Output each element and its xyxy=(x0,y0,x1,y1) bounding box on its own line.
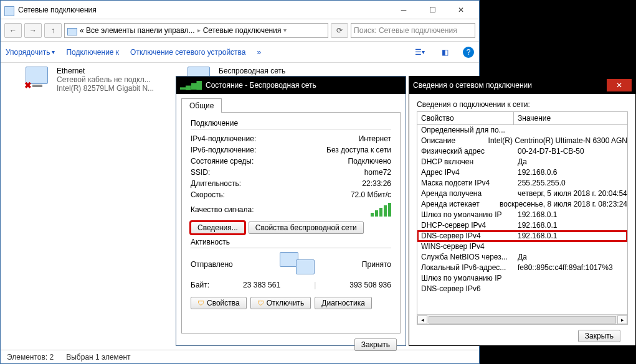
window-icon xyxy=(4,6,14,16)
connect-to-button[interactable]: Подключение к xyxy=(66,48,119,57)
organize-menu[interactable]: Упорядочить▾ xyxy=(6,48,55,57)
address-bar: ← → ↑ « Все элементы панели управл... ▸ … xyxy=(1,19,479,42)
scroll-left-button[interactable]: ◂ xyxy=(417,315,427,324)
detail-row[interactable]: Физический адрес00-24-D7-B1-CB-50 xyxy=(417,146,627,157)
adapter-device: Intel(R) 82579LM Gigabit N... xyxy=(57,84,154,93)
detail-property: DNS-сервер IPv6 xyxy=(417,284,514,294)
nav-back-button[interactable]: ← xyxy=(4,23,22,38)
detail-row[interactable]: Шлюз по умолчанию IP xyxy=(417,273,627,284)
detail-value: 255.255.255.0 xyxy=(514,178,627,189)
maximize-button[interactable]: ☐ xyxy=(418,3,447,17)
properties-button[interactable]: 🛡Свойства xyxy=(191,297,247,309)
detail-property: Шлюз по умолчанию IP xyxy=(417,273,514,284)
column-property[interactable]: Свойство xyxy=(417,112,514,124)
detail-value: Да xyxy=(514,252,627,263)
adapter-icon: ✖ xyxy=(26,67,53,89)
ipv4-value: Интернет xyxy=(359,133,391,144)
scroll-right-button[interactable]: ▸ xyxy=(617,315,627,324)
scroll-thumb[interactable] xyxy=(429,316,616,324)
minimize-button[interactable]: ─ xyxy=(389,3,418,17)
detail-row[interactable]: Маска подсети IPv4255.255.255.0 xyxy=(417,178,627,189)
chevron-down-icon[interactable]: ▾ xyxy=(283,27,287,34)
detail-row[interactable]: DNS-сервер IPv6 xyxy=(417,284,627,294)
wireless-status-dialog: ▂▄▆█ Состояние - Беспроводная сеть Общие… xyxy=(176,76,406,346)
breadcrumb[interactable]: « Все элементы панели управл... ▸ Сетевы… xyxy=(64,23,328,38)
close-button[interactable]: Закрыть xyxy=(578,330,620,342)
detail-value xyxy=(514,125,627,136)
nav-up-button[interactable]: ↑ xyxy=(44,23,62,38)
close-icon[interactable]: ✕ xyxy=(607,79,632,91)
detail-row[interactable]: Аренда истекаетвоскресенье, 8 июля 2018 … xyxy=(417,199,627,210)
detail-value: четверг, 5 июля 2018 г. 20:04:54 xyxy=(514,189,627,199)
adapter-name: Беспроводная сеть xyxy=(219,67,285,75)
detail-row[interactable]: DHCP-сервер IPv4192.168.0.1 xyxy=(417,220,627,231)
detail-value xyxy=(514,273,627,284)
list-header: Свойство Значение xyxy=(417,111,628,124)
detail-value: Да xyxy=(514,157,627,167)
horizontal-scrollbar[interactable]: ◂ ▸ xyxy=(417,314,627,324)
chevron-right-icon: ▸ xyxy=(197,27,201,34)
folder-icon xyxy=(67,28,77,35)
close-button[interactable]: Закрыть xyxy=(354,338,397,351)
tab-general[interactable]: Общие xyxy=(181,98,222,113)
signal-icon: ▂▄▆█ xyxy=(180,81,202,90)
group-activity: Активность xyxy=(191,238,391,248)
dialog-titlebar[interactable]: ▂▄▆█ Состояние - Беспроводная сеть xyxy=(176,77,406,94)
detail-row[interactable]: Шлюз по умолчанию IP192.168.0.1 xyxy=(417,210,627,220)
detail-row[interactable]: Аренда полученачетверг, 5 июля 2018 г. 2… xyxy=(417,189,627,199)
activity-icon xyxy=(280,252,315,277)
detail-value: 192.168.0.1 xyxy=(514,210,627,220)
column-value[interactable]: Значение xyxy=(514,112,627,124)
detail-row[interactable]: Адрес IPv4192.168.0.6 xyxy=(417,167,627,178)
breadcrumb-segment[interactable]: Сетевые подключения xyxy=(203,26,282,35)
detail-property: Адрес IPv4 xyxy=(417,167,514,178)
shield-icon: 🛡 xyxy=(257,299,264,307)
received-bytes: 393 508 936 xyxy=(349,279,391,291)
detail-value xyxy=(514,284,627,294)
detail-row[interactable]: DHCP включенДа xyxy=(417,157,627,167)
detail-value xyxy=(514,241,627,252)
wireless-properties-button[interactable]: Свойства беспроводной сети xyxy=(249,222,364,234)
dialog-titlebar[interactable]: Сведения о сетевом подключении ✕ xyxy=(409,77,635,94)
received-label: Принято xyxy=(362,260,391,269)
shield-icon: 🛡 xyxy=(197,299,204,307)
detail-row[interactable]: Определенный для по... xyxy=(417,125,627,136)
disable-device-button[interactable]: Отключение сетевого устройства xyxy=(130,48,245,57)
detail-row[interactable]: Локальный IPv6-адрес...fe80::895c:c4ff:8… xyxy=(417,263,627,273)
details-list[interactable]: Определенный для по...ОписаниеIntel(R) C… xyxy=(417,124,628,325)
details-button[interactable]: Сведения... xyxy=(191,222,245,234)
titlebar[interactable]: Сетевые подключения ─ ☐ ✕ xyxy=(1,1,479,19)
connection-details-dialog: Сведения о сетевом подключении ✕ Сведени… xyxy=(409,76,636,346)
diagnose-button[interactable]: Диагностика xyxy=(315,297,372,309)
view-menu[interactable]: ☰▾ xyxy=(413,45,427,59)
overflow-menu[interactable]: » xyxy=(257,48,262,57)
detail-property: Шлюз по умолчанию IP xyxy=(417,210,514,220)
search-input[interactable]: Поиск: Сетевые подключения xyxy=(351,23,475,38)
tab-page: Подключение IPv4-подключение:Интернет IP… xyxy=(181,112,401,334)
nav-forward-button[interactable]: → xyxy=(24,23,42,38)
refresh-button[interactable]: ⟳ xyxy=(331,23,348,38)
speed-value: 72.0 Мбит/с xyxy=(351,189,391,200)
detail-value: 192.168.0.1 xyxy=(514,231,627,241)
preview-pane-button[interactable]: ◧ xyxy=(438,45,452,59)
detail-property: Локальный IPv6-адрес... xyxy=(417,263,514,273)
detail-row[interactable]: Служба NetBIOS через...Да xyxy=(417,252,627,263)
media-value: Подключено xyxy=(348,156,391,167)
detail-property: Физический адрес xyxy=(417,146,514,157)
adapter-ethernet[interactable]: ✖ Ethernet Сетевой кабель не подкл... In… xyxy=(26,67,175,93)
detail-row[interactable]: DNS-сервер IPv4192.168.0.1 xyxy=(417,231,627,241)
window-title: Сетевые подключения xyxy=(18,6,389,14)
close-button[interactable]: ✕ xyxy=(447,3,475,17)
detail-property: Определенный для по... xyxy=(417,125,514,136)
detail-property: Служба NetBIOS через... xyxy=(417,252,514,263)
detail-property: Описание xyxy=(417,136,485,146)
duration-value: 22:33:26 xyxy=(362,178,391,189)
detail-row[interactable]: WINS-сервер IPv4 xyxy=(417,241,627,252)
detail-value: fe80::895c:c4ff:89af:1017%3 xyxy=(514,263,627,273)
disable-button[interactable]: 🛡Отключить xyxy=(250,297,311,309)
ipv6-value: Без доступа к сети xyxy=(326,144,391,156)
detail-row[interactable]: ОписаниеIntel(R) Centrino(R) Ultimate-N … xyxy=(417,136,627,146)
adapter-status: Сетевой кабель не подкл... xyxy=(57,75,154,84)
help-button[interactable]: ? xyxy=(463,47,474,58)
breadcrumb-segment[interactable]: « Все элементы панели управл... xyxy=(80,26,195,35)
